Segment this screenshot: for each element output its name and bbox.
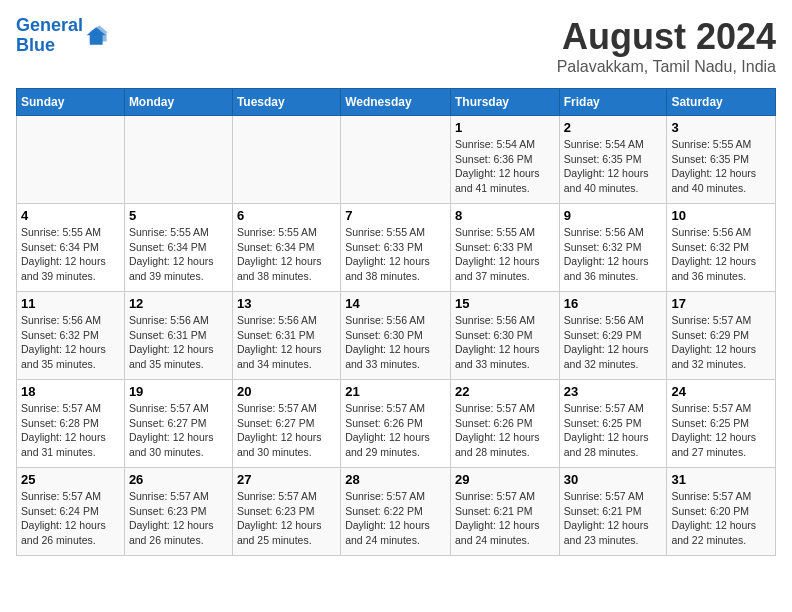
day-number: 7 <box>345 208 446 223</box>
calendar-cell: 8Sunrise: 5:55 AMSunset: 6:33 PMDaylight… <box>450 204 559 292</box>
day-number: 16 <box>564 296 663 311</box>
calendar-week-row: 25Sunrise: 5:57 AMSunset: 6:24 PMDayligh… <box>17 468 776 556</box>
day-info: Sunrise: 5:55 AMSunset: 6:33 PMDaylight:… <box>345 225 446 284</box>
logo-text: GeneralBlue <box>16 16 83 56</box>
day-number: 11 <box>21 296 120 311</box>
day-number: 28 <box>345 472 446 487</box>
calendar-cell: 17Sunrise: 5:57 AMSunset: 6:29 PMDayligh… <box>667 292 776 380</box>
calendar-cell <box>341 116 451 204</box>
day-number: 4 <box>21 208 120 223</box>
calendar-cell: 10Sunrise: 5:56 AMSunset: 6:32 PMDayligh… <box>667 204 776 292</box>
day-info: Sunrise: 5:57 AMSunset: 6:24 PMDaylight:… <box>21 489 120 548</box>
main-title: August 2024 <box>557 16 776 58</box>
calendar-header-cell: Saturday <box>667 89 776 116</box>
calendar-table: SundayMondayTuesdayWednesdayThursdayFrid… <box>16 88 776 556</box>
calendar-cell: 31Sunrise: 5:57 AMSunset: 6:20 PMDayligh… <box>667 468 776 556</box>
day-number: 9 <box>564 208 663 223</box>
logo: GeneralBlue <box>16 16 109 56</box>
day-number: 14 <box>345 296 446 311</box>
calendar-header-row: SundayMondayTuesdayWednesdayThursdayFrid… <box>17 89 776 116</box>
day-info: Sunrise: 5:57 AMSunset: 6:27 PMDaylight:… <box>237 401 336 460</box>
day-info: Sunrise: 5:56 AMSunset: 6:29 PMDaylight:… <box>564 313 663 372</box>
calendar-cell: 23Sunrise: 5:57 AMSunset: 6:25 PMDayligh… <box>559 380 667 468</box>
day-number: 6 <box>237 208 336 223</box>
calendar-cell: 12Sunrise: 5:56 AMSunset: 6:31 PMDayligh… <box>124 292 232 380</box>
day-number: 15 <box>455 296 555 311</box>
day-number: 2 <box>564 120 663 135</box>
day-info: Sunrise: 5:56 AMSunset: 6:31 PMDaylight:… <box>129 313 228 372</box>
day-info: Sunrise: 5:56 AMSunset: 6:30 PMDaylight:… <box>345 313 446 372</box>
day-number: 3 <box>671 120 771 135</box>
calendar-cell: 27Sunrise: 5:57 AMSunset: 6:23 PMDayligh… <box>232 468 340 556</box>
calendar-week-row: 1Sunrise: 5:54 AMSunset: 6:36 PMDaylight… <box>17 116 776 204</box>
calendar-cell: 16Sunrise: 5:56 AMSunset: 6:29 PMDayligh… <box>559 292 667 380</box>
calendar-cell: 18Sunrise: 5:57 AMSunset: 6:28 PMDayligh… <box>17 380 125 468</box>
day-number: 26 <box>129 472 228 487</box>
calendar-cell: 24Sunrise: 5:57 AMSunset: 6:25 PMDayligh… <box>667 380 776 468</box>
calendar-cell: 3Sunrise: 5:55 AMSunset: 6:35 PMDaylight… <box>667 116 776 204</box>
day-number: 17 <box>671 296 771 311</box>
day-number: 24 <box>671 384 771 399</box>
calendar-week-row: 11Sunrise: 5:56 AMSunset: 6:32 PMDayligh… <box>17 292 776 380</box>
calendar-cell: 1Sunrise: 5:54 AMSunset: 6:36 PMDaylight… <box>450 116 559 204</box>
calendar-cell: 20Sunrise: 5:57 AMSunset: 6:27 PMDayligh… <box>232 380 340 468</box>
day-info: Sunrise: 5:57 AMSunset: 6:25 PMDaylight:… <box>564 401 663 460</box>
calendar-cell: 4Sunrise: 5:55 AMSunset: 6:34 PMDaylight… <box>17 204 125 292</box>
calendar-cell: 9Sunrise: 5:56 AMSunset: 6:32 PMDaylight… <box>559 204 667 292</box>
day-info: Sunrise: 5:54 AMSunset: 6:36 PMDaylight:… <box>455 137 555 196</box>
logo-icon <box>85 24 109 48</box>
calendar-cell: 30Sunrise: 5:57 AMSunset: 6:21 PMDayligh… <box>559 468 667 556</box>
day-info: Sunrise: 5:56 AMSunset: 6:32 PMDaylight:… <box>21 313 120 372</box>
day-number: 25 <box>21 472 120 487</box>
day-info: Sunrise: 5:56 AMSunset: 6:31 PMDaylight:… <box>237 313 336 372</box>
day-info: Sunrise: 5:55 AMSunset: 6:33 PMDaylight:… <box>455 225 555 284</box>
calendar-cell: 7Sunrise: 5:55 AMSunset: 6:33 PMDaylight… <box>341 204 451 292</box>
day-number: 12 <box>129 296 228 311</box>
day-number: 22 <box>455 384 555 399</box>
day-info: Sunrise: 5:57 AMSunset: 6:27 PMDaylight:… <box>129 401 228 460</box>
day-info: Sunrise: 5:57 AMSunset: 6:21 PMDaylight:… <box>455 489 555 548</box>
calendar-cell: 2Sunrise: 5:54 AMSunset: 6:35 PMDaylight… <box>559 116 667 204</box>
day-number: 29 <box>455 472 555 487</box>
day-number: 23 <box>564 384 663 399</box>
calendar-cell: 22Sunrise: 5:57 AMSunset: 6:26 PMDayligh… <box>450 380 559 468</box>
calendar-cell: 15Sunrise: 5:56 AMSunset: 6:30 PMDayligh… <box>450 292 559 380</box>
day-number: 5 <box>129 208 228 223</box>
day-info: Sunrise: 5:57 AMSunset: 6:21 PMDaylight:… <box>564 489 663 548</box>
calendar-header-cell: Sunday <box>17 89 125 116</box>
day-info: Sunrise: 5:57 AMSunset: 6:26 PMDaylight:… <box>345 401 446 460</box>
day-info: Sunrise: 5:57 AMSunset: 6:28 PMDaylight:… <box>21 401 120 460</box>
day-info: Sunrise: 5:56 AMSunset: 6:30 PMDaylight:… <box>455 313 555 372</box>
calendar-cell: 11Sunrise: 5:56 AMSunset: 6:32 PMDayligh… <box>17 292 125 380</box>
day-info: Sunrise: 5:55 AMSunset: 6:34 PMDaylight:… <box>21 225 120 284</box>
calendar-cell: 14Sunrise: 5:56 AMSunset: 6:30 PMDayligh… <box>341 292 451 380</box>
day-number: 21 <box>345 384 446 399</box>
calendar-cell: 29Sunrise: 5:57 AMSunset: 6:21 PMDayligh… <box>450 468 559 556</box>
day-info: Sunrise: 5:55 AMSunset: 6:34 PMDaylight:… <box>237 225 336 284</box>
calendar-cell: 26Sunrise: 5:57 AMSunset: 6:23 PMDayligh… <box>124 468 232 556</box>
calendar-cell: 13Sunrise: 5:56 AMSunset: 6:31 PMDayligh… <box>232 292 340 380</box>
day-number: 8 <box>455 208 555 223</box>
calendar-body: 1Sunrise: 5:54 AMSunset: 6:36 PMDaylight… <box>17 116 776 556</box>
title-block: August 2024 Palavakkam, Tamil Nadu, Indi… <box>557 16 776 76</box>
day-info: Sunrise: 5:55 AMSunset: 6:34 PMDaylight:… <box>129 225 228 284</box>
calendar-week-row: 18Sunrise: 5:57 AMSunset: 6:28 PMDayligh… <box>17 380 776 468</box>
calendar-header-cell: Wednesday <box>341 89 451 116</box>
day-number: 27 <box>237 472 336 487</box>
day-info: Sunrise: 5:57 AMSunset: 6:22 PMDaylight:… <box>345 489 446 548</box>
day-number: 13 <box>237 296 336 311</box>
calendar-header-cell: Friday <box>559 89 667 116</box>
day-number: 18 <box>21 384 120 399</box>
calendar-cell <box>17 116 125 204</box>
day-info: Sunrise: 5:57 AMSunset: 6:25 PMDaylight:… <box>671 401 771 460</box>
calendar-header-cell: Tuesday <box>232 89 340 116</box>
calendar-cell: 6Sunrise: 5:55 AMSunset: 6:34 PMDaylight… <box>232 204 340 292</box>
calendar-header-cell: Thursday <box>450 89 559 116</box>
day-number: 1 <box>455 120 555 135</box>
day-number: 19 <box>129 384 228 399</box>
day-info: Sunrise: 5:56 AMSunset: 6:32 PMDaylight:… <box>564 225 663 284</box>
day-info: Sunrise: 5:55 AMSunset: 6:35 PMDaylight:… <box>671 137 771 196</box>
day-number: 20 <box>237 384 336 399</box>
calendar-cell: 28Sunrise: 5:57 AMSunset: 6:22 PMDayligh… <box>341 468 451 556</box>
day-info: Sunrise: 5:54 AMSunset: 6:35 PMDaylight:… <box>564 137 663 196</box>
